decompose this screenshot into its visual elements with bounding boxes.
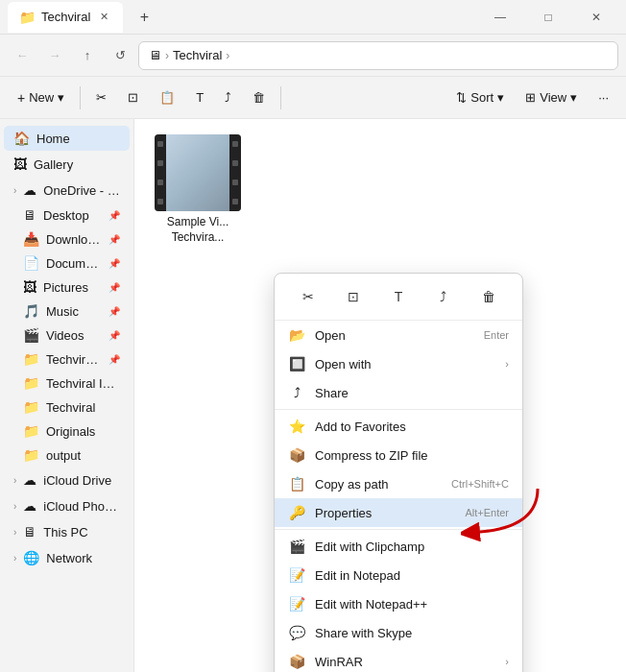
tab-label: Techviral — [41, 10, 90, 24]
onedrive-icon: ☁ — [23, 182, 36, 198]
originals-icon: 📁 — [23, 423, 39, 439]
forward-button[interactable]: → — [40, 41, 69, 70]
tab-close-button[interactable]: ✕ — [96, 10, 111, 25]
sort-icon: ⇅ — [456, 90, 467, 105]
this-pc-expand-icon: › — [13, 527, 16, 538]
minimize-button[interactable]: — — [478, 2, 522, 33]
view-chevron-icon: ▾ — [570, 90, 577, 105]
toolbar-right: ⇅ Sort ▾ ⊞ View ▾ ··· — [446, 85, 618, 109]
videos-icon: 🎬 — [23, 327, 39, 343]
open-icon: 📂 — [288, 327, 305, 343]
ctx-notepad-label: Edit in Notepad — [315, 568, 509, 583]
ctx-item-copy-path[interactable]: 📋 Copy as path Ctrl+Shift+C — [275, 469, 522, 498]
ctx-item-edit-notepadpp[interactable]: 📝 Edit with Notepad++ — [275, 589, 522, 618]
new-tab-button[interactable]: + — [131, 4, 157, 31]
paste-button[interactable]: 📋 — [150, 85, 184, 109]
address-bar: ← → ↑ ↺ 🖥 › Techviral › — [0, 35, 626, 77]
sidebar-item-onedrive[interactable]: › ☁ OneDrive - Persona — [4, 178, 130, 203]
sidebar-item-network[interactable]: › 🌐 Network — [4, 545, 130, 570]
copy-button[interactable]: ⊡ — [118, 85, 148, 109]
sidebar-documents-label: Documents — [46, 256, 102, 271]
icloud-photos-icon: ☁ — [23, 498, 36, 514]
sidebar-item-output[interactable]: 📁 output — [4, 444, 130, 467]
sidebar-item-videos[interactable]: 🎬 Videos 📌 — [4, 324, 130, 347]
context-menu: ✂ ⊡ T ⤴ 🗑 📂 Open Enter 🔲 Open with › — [274, 273, 523, 672]
sidebar-item-techviral-images[interactable]: 📁 Techviral Images — [4, 372, 130, 395]
title-bar-left: 📁 Techviral ✕ + — [8, 2, 478, 33]
sidebar-desktop-label: Desktop — [43, 208, 102, 223]
ctx-open-shortcut: Enter — [484, 329, 509, 341]
view-label: View — [540, 90, 566, 105]
documents-pin-icon: 📌 — [108, 258, 120, 269]
sidebar-item-downloads[interactable]: 📥 Downloads 📌 — [4, 228, 130, 251]
sidebar-techviral-label: Techviral — [46, 400, 120, 415]
sidebar-gallery-label: Gallery — [34, 157, 120, 172]
sidebar-item-originals[interactable]: 📁 Originals — [4, 420, 130, 443]
sidebar-item-icloud-photos[interactable]: › ☁ iCloud Photos — [4, 493, 130, 518]
ctx-item-compress-zip[interactable]: 📦 Compress to ZIP file — [275, 441, 522, 469]
output-icon: 📁 — [23, 447, 39, 463]
back-button[interactable]: ← — [8, 41, 36, 70]
rename-button[interactable]: T — [186, 85, 213, 109]
ctx-rename-button[interactable]: T — [383, 281, 414, 312]
ctx-delete-button[interactable]: 🗑 — [473, 281, 504, 312]
sidebar-item-gallery[interactable]: 🖼 Gallery — [4, 152, 130, 177]
sidebar-item-music[interactable]: 🎵 Music 📌 — [4, 300, 130, 323]
sidebar-item-documents[interactable]: 📄 Documents 📌 — [4, 252, 130, 275]
ctx-share-button[interactable]: ⤴ — [428, 281, 459, 312]
refresh-button[interactable]: ↺ — [106, 41, 134, 70]
ctx-compress-label: Compress to ZIP file — [315, 448, 509, 463]
ctx-item-edit-clipchamp[interactable]: 🎬 Edit with Clipchamp — [275, 532, 522, 561]
ctx-item-share-skype[interactable]: 💬 Share with Skype — [275, 618, 522, 647]
content-area[interactable]: Sample Vi... Techvira... ✂ ⊡ T ⤴ 🗑 📂 Ope… — [134, 119, 626, 672]
more-button[interactable]: ··· — [589, 85, 618, 109]
ctx-item-open-with[interactable]: 🔲 Open with › — [275, 349, 522, 378]
sidebar-item-this-pc[interactable]: › 🖥 This PC — [4, 519, 130, 544]
sidebar-this-pc-label: This PC — [43, 525, 120, 540]
browser-tab[interactable]: 📁 Techviral ✕ — [8, 2, 123, 33]
sidebar-item-techviral[interactable]: 📁 Techviral — [4, 396, 130, 419]
ctx-item-edit-notepad[interactable]: 📝 Edit in Notepad — [275, 561, 522, 589]
sidebar-item-techviral-docum[interactable]: 📁 Techviral Docum... 📌 — [4, 348, 130, 371]
ctx-cut-button[interactable]: ✂ — [293, 281, 324, 312]
ctx-item-add-to-favorites[interactable]: ⭐ Add to Favorites — [275, 412, 522, 441]
sidebar-item-pictures[interactable]: 🖼 Pictures 📌 — [4, 276, 130, 299]
delete-button[interactable]: 🗑 — [243, 85, 275, 109]
context-toolbar: ✂ ⊡ T ⤴ 🗑 — [275, 274, 522, 321]
close-window-button[interactable]: ✕ — [574, 2, 618, 33]
sidebar-videos-label: Videos — [46, 328, 102, 343]
new-icon: + — [17, 90, 25, 106]
sidebar-item-icloud-drive[interactable]: › ☁ iCloud Drive — [4, 468, 130, 492]
new-button[interactable]: + New ▾ — [8, 85, 74, 110]
ctx-properties-label: Properties — [315, 506, 455, 520]
ctx-open-label: Open — [315, 328, 474, 343]
share-button[interactable]: ⤴ — [215, 85, 241, 109]
ctx-item-winrar[interactable]: 📦 WinRAR › — [275, 647, 522, 672]
copy-icon: ⊡ — [128, 90, 138, 105]
ctx-item-open[interactable]: 📂 Open Enter — [275, 321, 522, 349]
ctx-separator-1 — [275, 409, 522, 410]
compress-icon: 📦 — [288, 447, 305, 463]
techviral-images-icon: 📁 — [23, 375, 39, 391]
address-path[interactable]: 🖥 › Techviral › — [138, 41, 618, 70]
ctx-copy-button[interactable]: ⊡ — [338, 281, 369, 312]
sort-button[interactable]: ⇅ Sort ▾ — [446, 85, 514, 109]
copy-path-icon: 📋 — [288, 476, 305, 492]
cut-button[interactable]: ✂ — [86, 85, 116, 109]
maximize-button[interactable]: □ — [526, 2, 570, 33]
window-controls: — □ ✕ — [478, 2, 618, 33]
toolbar: + New ▾ ✂ ⊡ 📋 T ⤴ 🗑 ⇅ Sort ▾ ⊞ View ▾ ··… — [0, 77, 626, 119]
sidebar-item-home[interactable]: 🏠 Home — [4, 126, 130, 151]
ctx-item-properties[interactable]: 🔑 Properties Alt+Enter — [275, 498, 522, 527]
desktop-pin-icon: 📌 — [108, 210, 120, 221]
up-button[interactable]: ↑ — [73, 41, 102, 70]
ctx-item-share[interactable]: ⤴ Share — [275, 378, 522, 407]
downloads-icon: 📥 — [23, 231, 39, 247]
toolbar-separator-1 — [80, 86, 81, 109]
desktop-icon: 🖥 — [23, 207, 36, 223]
sidebar-item-desktop[interactable]: 🖥 Desktop 📌 — [4, 204, 130, 227]
gallery-icon: 🖼 — [13, 156, 27, 172]
sidebar-icloud-drive-label: iCloud Drive — [43, 473, 120, 488]
notepadpp-icon: 📝 — [288, 596, 305, 612]
view-button[interactable]: ⊞ View ▾ — [516, 85, 587, 109]
